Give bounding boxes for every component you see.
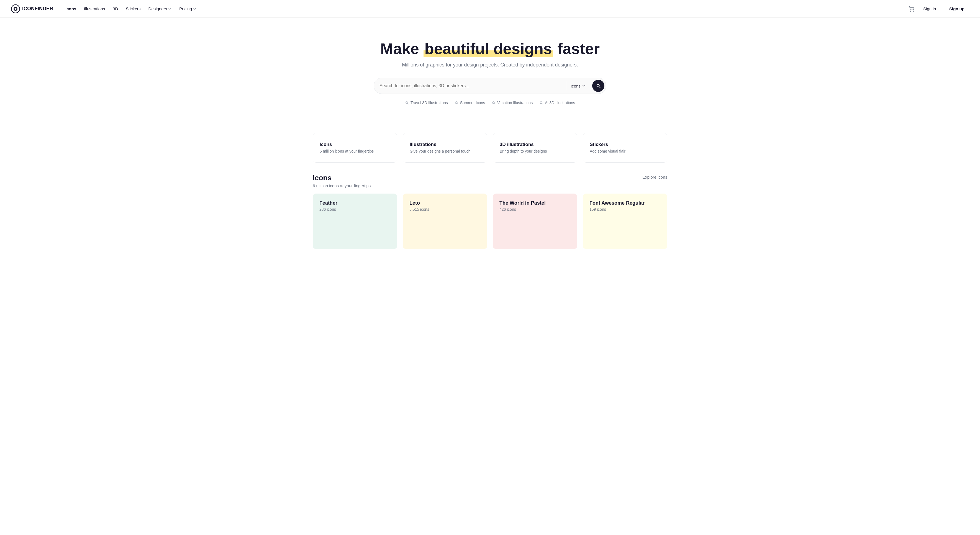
search-bar: Icons bbox=[374, 78, 606, 94]
svg-point-3 bbox=[910, 11, 911, 11]
icon-pack-leto[interactable]: Leto 5,515 icons bbox=[403, 194, 487, 249]
search-button[interactable] bbox=[592, 80, 605, 92]
cart-icon[interactable] bbox=[908, 6, 914, 12]
quick-link-vacation[interactable]: Vacation Illustrations bbox=[492, 100, 533, 105]
nav-item-stickers[interactable]: Stickers bbox=[123, 4, 144, 13]
icons-section: Icons 6 million icons at your fingertips… bbox=[302, 174, 678, 249]
hero-title: Make beautiful designs faster bbox=[6, 40, 974, 57]
chevron-down-icon bbox=[582, 84, 585, 87]
chevron-down-icon bbox=[168, 7, 172, 11]
svg-point-4 bbox=[913, 11, 914, 11]
explore-icons-link[interactable]: Explore icons bbox=[642, 174, 667, 179]
category-card-stickers[interactable]: Stickers Add some visual flair bbox=[583, 133, 667, 162]
icon-pack-world-pastel[interactable]: The World in Pastel 426 icons bbox=[493, 194, 577, 249]
nav-item-illustrations[interactable]: Illustrations bbox=[81, 4, 108, 13]
section-header: Icons 6 million icons at your fingertips… bbox=[313, 174, 667, 188]
signin-button[interactable]: Sign in bbox=[919, 4, 940, 13]
icon-pack-feather[interactable]: Feather 286 icons bbox=[313, 194, 397, 249]
search-icon bbox=[492, 101, 496, 105]
hero-section: Make beautiful designs faster Millions o… bbox=[0, 18, 980, 122]
nav-item-3d[interactable]: 3D bbox=[110, 4, 121, 13]
icon-packs-grid: Feather 286 icons Leto 5,515 icons The W… bbox=[313, 194, 667, 249]
quick-link-summer[interactable]: Summer Icons bbox=[455, 100, 485, 105]
search-filter-dropdown[interactable]: Icons bbox=[566, 81, 590, 90]
category-card-3d[interactable]: 3D illustrations Bring depth to your des… bbox=[493, 133, 577, 162]
hero-subtitle: Millions of graphics for your design pro… bbox=[6, 62, 974, 68]
nav-item-icons[interactable]: Icons bbox=[62, 4, 80, 13]
svg-point-2 bbox=[15, 8, 17, 10]
nav-item-pricing[interactable]: Pricing bbox=[176, 4, 200, 13]
icon-pack-font-awesome[interactable]: Font Awesome Regular 159 icons bbox=[583, 194, 667, 249]
section-subtitle: 6 million icons at your fingertips bbox=[313, 183, 371, 188]
quick-link-travel[interactable]: Travel 3D Illustrations bbox=[405, 100, 448, 105]
search-icon bbox=[539, 101, 543, 105]
quick-links: Travel 3D Illustrations Summer Icons Vac… bbox=[6, 100, 974, 105]
search-input[interactable] bbox=[379, 83, 564, 88]
navbar: ICONFINDER Icons Illustrations 3D Sticke… bbox=[0, 0, 980, 18]
category-card-illustrations[interactable]: Illustrations Give your designs a person… bbox=[403, 133, 487, 162]
section-title-group: Icons 6 million icons at your fingertips bbox=[313, 174, 371, 188]
search-icon bbox=[455, 101, 458, 105]
chevron-down-icon bbox=[193, 7, 196, 11]
section-title: Icons bbox=[313, 174, 371, 182]
nav-links: Icons Illustrations 3D Stickers Designer… bbox=[62, 4, 908, 13]
search-icon bbox=[405, 101, 409, 105]
signup-button[interactable]: Sign up bbox=[945, 4, 969, 13]
category-card-icons[interactable]: Icons 6 million icons at your fingertips bbox=[313, 133, 397, 162]
category-cards: Icons 6 million icons at your fingertips… bbox=[302, 133, 678, 162]
nav-item-designers[interactable]: Designers bbox=[145, 4, 175, 13]
logo-text: ICONFINDER bbox=[22, 6, 53, 12]
search-icon bbox=[596, 83, 601, 88]
nav-right: Sign in Sign up bbox=[908, 4, 969, 13]
logo[interactable]: ICONFINDER bbox=[11, 5, 53, 13]
logo-icon bbox=[11, 5, 20, 13]
quick-link-ai[interactable]: Ai 3D Illustrations bbox=[539, 100, 575, 105]
